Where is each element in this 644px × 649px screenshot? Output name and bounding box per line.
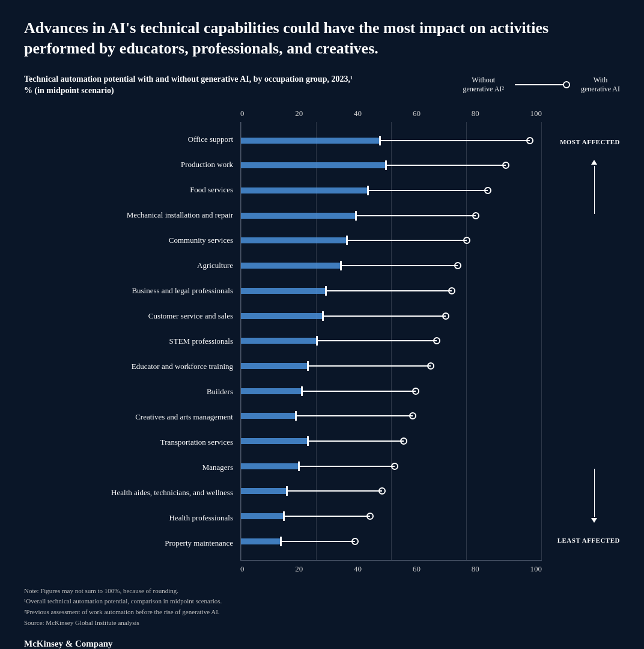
least-affected-arrow: [591, 469, 597, 523]
y-label: Office support: [24, 127, 240, 152]
y-label: Builders: [24, 379, 240, 404]
bar-without-gen-ai: [241, 513, 283, 519]
x-axis-top: 020406080100: [240, 109, 542, 122]
bar-without-gen-ai: [241, 538, 280, 544]
bar-without-gen-ai: [241, 313, 322, 319]
bar-connector: [379, 140, 530, 141]
bar-row: [241, 483, 542, 499]
bar-without-gen-ai: [241, 463, 298, 469]
y-label: Business and legal professionals: [24, 278, 240, 303]
bar-row: [241, 508, 542, 525]
bars-container: [241, 122, 542, 560]
bar-without-gen-ai: [241, 187, 367, 193]
bar-without-gen-ai: [241, 213, 355, 219]
main-title: Advances in AI's technical capabilities …: [24, 18, 565, 59]
bar-connector: [295, 415, 412, 416]
bar-circle-with-gen-ai: [442, 312, 449, 320]
x-axis-bottom-label: 80: [472, 564, 479, 574]
bar-without-gen-ai: [241, 288, 325, 294]
bar-row: [241, 308, 542, 324]
bar-without-gen-ai: [241, 388, 301, 394]
bar-circle-with-gen-ai: [351, 538, 359, 545]
footnote: ¹Overall technical automation potential,…: [24, 596, 620, 607]
legend-without-label: Without generative AI²: [463, 76, 504, 94]
chart-right: 020406080100 020406080100: [240, 109, 542, 574]
bar-circle-with-gen-ai: [472, 212, 479, 219]
y-label: Educator and workforce training: [24, 354, 240, 379]
bar-without-gen-ai: [241, 263, 340, 269]
bar-connector: [307, 365, 430, 367]
x-axis-bottom-label: 40: [354, 564, 362, 574]
most-affected-label: MOST AFFECTED: [560, 138, 620, 146]
bar-connector: [346, 240, 466, 241]
bar-without-gen-ai: [241, 162, 385, 168]
bar-connector: [385, 165, 505, 166]
bar-connector: [340, 265, 457, 266]
arrow-line-top: [594, 166, 595, 214]
bar-without-gen-ai: [241, 413, 295, 419]
y-label: Health aides, technicians, and wellness: [24, 480, 240, 505]
footnote: Note: Figures may not sum to 100%, becau…: [24, 586, 620, 597]
bar-row: [241, 332, 542, 349]
arrow-head-down: [591, 518, 597, 523]
bar-connector: [301, 391, 415, 392]
bar-circle-with-gen-ai: [409, 412, 416, 419]
bar-connector: [367, 190, 487, 191]
y-label: Property maintenance: [24, 531, 240, 556]
x-axis-top-label: 40: [354, 109, 362, 118]
bar-without-gen-ai: [241, 363, 307, 369]
y-label: Community services: [24, 228, 240, 253]
bar-row: [241, 207, 542, 224]
y-label: Food services: [24, 177, 240, 203]
bar-connector: [322, 315, 445, 317]
bar-row: [241, 533, 542, 550]
x-axis-bottom-label: 20: [295, 564, 303, 574]
bar-row: [241, 358, 542, 374]
brand: McKinsey & Company: [24, 639, 620, 649]
legend-line: [515, 81, 570, 88]
bar-circle-with-gen-ai: [454, 262, 461, 269]
y-label: Production work: [24, 152, 240, 177]
y-label: Customer service and sales: [24, 303, 240, 329]
bar-circle-with-gen-ai: [433, 337, 440, 344]
bar-circle-with-gen-ai: [526, 137, 533, 144]
x-axis-bottom: 020406080100: [240, 561, 542, 574]
chart-subtitle: Technical automation potential with and …: [24, 73, 360, 97]
bar-row: [241, 407, 542, 424]
y-labels: Office supportProduction workFood servic…: [24, 109, 240, 574]
bar-without-gen-ai: [241, 237, 346, 243]
bar-without-gen-ai: [241, 488, 286, 494]
y-label: Managers: [24, 455, 240, 480]
y-label: Creatives and arts management: [24, 404, 240, 430]
bar-row: [241, 282, 542, 299]
bar-circle-with-gen-ai: [448, 287, 455, 294]
x-axis-bottom-label: 100: [530, 564, 542, 574]
bar-connector: [325, 290, 451, 291]
x-axis-bottom-label: 0: [240, 564, 245, 574]
bar-circle-with-gen-ai: [502, 162, 509, 169]
bar-row: [241, 157, 542, 174]
bar-connector: [286, 490, 382, 492]
bar-circle-with-gen-ai: [463, 237, 470, 244]
legend-with-label: With generative AI: [581, 76, 620, 94]
bar-without-gen-ai: [241, 338, 316, 344]
y-label: STEM professionals: [24, 329, 240, 354]
bar-without-gen-ai: [241, 438, 307, 444]
x-axis-top-label: 0: [240, 109, 245, 118]
chart-area: Office supportProduction workFood servic…: [24, 109, 542, 574]
arrow-line-bottom: [594, 469, 595, 517]
y-label: Agriculture: [24, 253, 240, 278]
bar-circle-with-gen-ai: [484, 187, 491, 194]
bar-row: [241, 458, 542, 475]
bar-circle-with-gen-ai: [391, 463, 398, 470]
bar-connector: [280, 541, 355, 542]
bar-circle-with-gen-ai: [427, 362, 434, 370]
bar-row: [241, 257, 542, 274]
bar-row: [241, 433, 542, 449]
bar-row: [241, 383, 542, 400]
bar-connector: [355, 215, 475, 216]
grid-and-bars: [240, 122, 542, 561]
footnote: Source: McKinsey Global Institute analys…: [24, 618, 620, 629]
footnotes: Note: Figures may not sum to 100%, becau…: [24, 586, 620, 628]
bar-connector: [307, 440, 403, 442]
